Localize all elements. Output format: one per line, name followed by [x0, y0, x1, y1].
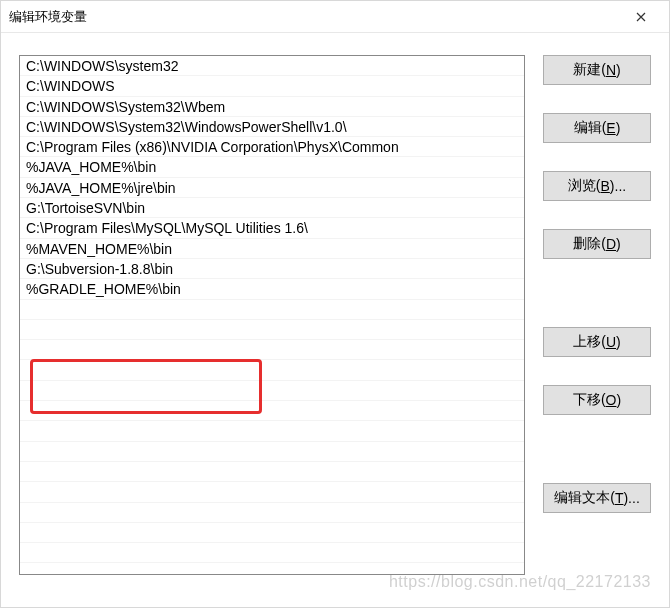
list-item[interactable]: G:\Subversion-1.8.8\bin [20, 259, 524, 279]
list-item[interactable]: C:\WINDOWS\System32\Wbem [20, 97, 524, 117]
list-item[interactable] [20, 482, 524, 502]
list-item[interactable] [20, 421, 524, 441]
spacer [543, 269, 651, 317]
new-button[interactable]: 新建(N) [543, 55, 651, 85]
close-button[interactable] [621, 3, 661, 31]
list-item[interactable] [20, 381, 524, 401]
list-item[interactable]: C:\WINDOWS\system32 [20, 56, 524, 76]
dialog-title: 编辑环境变量 [9, 8, 621, 26]
list-item[interactable] [20, 360, 524, 380]
moveup-button[interactable]: 上移(U) [543, 327, 651, 357]
list-item[interactable] [20, 442, 524, 462]
delete-button[interactable]: 删除(D) [543, 229, 651, 259]
list-item[interactable] [20, 543, 524, 563]
edittext-button[interactable]: 编辑文本(T)... [543, 483, 651, 513]
movedown-button[interactable]: 下移(O) [543, 385, 651, 415]
list-item[interactable] [20, 401, 524, 421]
browse-button[interactable]: 浏览(B)... [543, 171, 651, 201]
list-item[interactable]: %JAVA_HOME%\jre\bin [20, 178, 524, 198]
list-item[interactable]: %MAVEN_HOME%\bin [20, 239, 524, 259]
list-item[interactable]: %GRADLE_HOME%\bin [20, 279, 524, 299]
list-item[interactable]: C:\WINDOWS [20, 76, 524, 96]
button-column: 新建(N) 编辑(E) 浏览(B)... 删除(D) 上移(U) 下移(O) 编… [543, 55, 651, 597]
edit-button[interactable]: 编辑(E) [543, 113, 651, 143]
titlebar: 编辑环境变量 [1, 1, 669, 33]
env-var-dialog: 编辑环境变量 C:\WINDOWS\system32 C:\WINDOWS C:… [0, 0, 670, 608]
dialog-content: C:\WINDOWS\system32 C:\WINDOWS C:\WINDOW… [1, 33, 669, 607]
close-icon [636, 12, 646, 22]
list-item[interactable] [20, 320, 524, 340]
spacer [543, 95, 651, 103]
list-item[interactable]: C:\WINDOWS\System32\WindowsPowerShell\v1… [20, 117, 524, 137]
list-item[interactable]: G:\TortoiseSVN\bin [20, 198, 524, 218]
list-item[interactable]: C:\Program Files\MySQL\MySQL Utilities 1… [20, 218, 524, 238]
list-item[interactable] [20, 462, 524, 482]
list-item[interactable]: C:\Program Files (x86)\NVIDIA Corporatio… [20, 137, 524, 157]
spacer [543, 425, 651, 473]
list-item[interactable] [20, 340, 524, 360]
path-listbox[interactable]: C:\WINDOWS\system32 C:\WINDOWS C:\WINDOW… [19, 55, 525, 575]
list-item[interactable] [20, 300, 524, 320]
list-item[interactable] [20, 523, 524, 543]
spacer [543, 367, 651, 375]
list-item[interactable] [20, 503, 524, 523]
spacer [543, 153, 651, 161]
spacer [543, 211, 651, 219]
list-item[interactable]: %JAVA_HOME%\bin [20, 157, 524, 177]
